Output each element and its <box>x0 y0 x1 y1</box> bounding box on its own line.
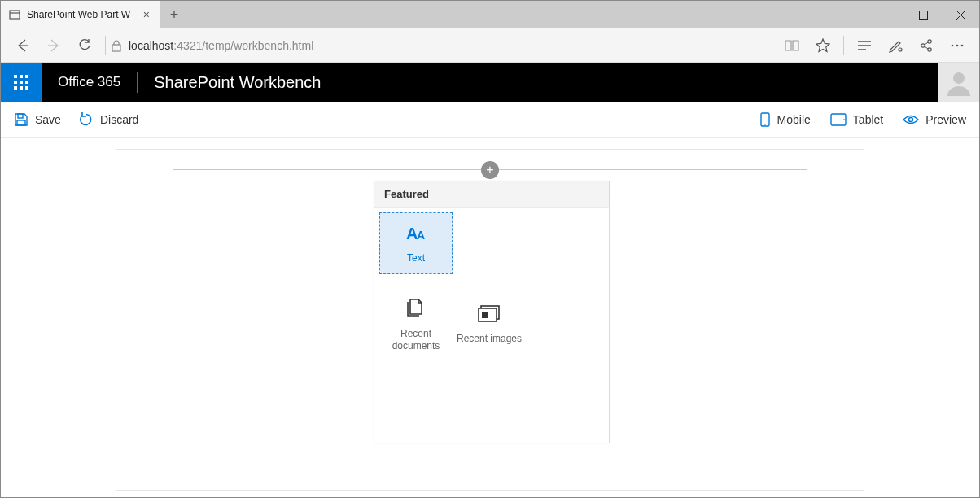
svg-point-13 <box>921 43 925 46</box>
svg-rect-28 <box>20 86 23 90</box>
svg-point-18 <box>952 44 954 46</box>
svg-rect-32 <box>17 120 25 125</box>
discard-label: Discard <box>100 113 138 126</box>
svg-rect-26 <box>25 81 28 84</box>
webpart-card-text[interactable]: A A Text <box>379 212 453 274</box>
url-host: localhost <box>129 39 173 52</box>
more-icon[interactable] <box>942 30 973 61</box>
page-favicon <box>9 9 20 20</box>
maximize-button[interactable] <box>904 1 942 28</box>
svg-point-37 <box>909 117 913 121</box>
add-webpart-button[interactable]: + <box>481 161 499 179</box>
workbench-canvas: + Featured A A Text <box>1 149 979 498</box>
svg-point-36 <box>843 119 845 120</box>
window-controls <box>867 1 979 28</box>
webnote-icon[interactable] <box>880 30 911 61</box>
url-port: :4321 <box>173 39 202 52</box>
refresh-button[interactable] <box>69 30 100 61</box>
webpart-picker: Featured A A Text Recent <box>374 181 610 443</box>
browser-titlebar: SharePoint Web Part W × + <box>1 1 979 28</box>
webpart-card-recent-images[interactable]: Recent images <box>453 289 526 361</box>
app-launcher-button[interactable] <box>1 63 42 102</box>
close-window-button[interactable] <box>942 1 979 28</box>
svg-rect-21 <box>14 75 17 78</box>
svg-point-15 <box>928 47 931 50</box>
url-path: /temp/workbench.html <box>202 39 313 52</box>
svg-rect-27 <box>14 86 17 90</box>
webpart-card-recent-documents[interactable]: Recent documents <box>379 289 453 361</box>
separator <box>105 36 106 55</box>
svg-rect-31 <box>18 114 23 118</box>
svg-point-30 <box>953 72 965 84</box>
tab-close-button[interactable]: × <box>140 8 153 21</box>
svg-point-34 <box>764 124 766 125</box>
url-display[interactable]: localhost:4321/temp/workbench.html <box>129 39 313 52</box>
back-button[interactable] <box>7 30 38 61</box>
app-title: SharePoint Workbench <box>138 63 337 102</box>
tablet-view-button[interactable]: Tablet <box>830 113 883 126</box>
browser-right-icons <box>777 30 973 61</box>
svg-rect-23 <box>25 75 28 78</box>
card-label: Recent documents <box>383 328 449 353</box>
suite-brand[interactable]: Office 365 <box>42 63 137 102</box>
svg-rect-0 <box>10 11 20 19</box>
svg-line-17 <box>925 46 928 49</box>
svg-point-12 <box>899 48 902 51</box>
tab-title: SharePoint Web Part W <box>27 9 140 20</box>
reading-view-icon[interactable] <box>777 30 807 61</box>
suite-bar: Office 365 SharePoint Workbench <box>1 63 979 102</box>
mobile-label: Mobile <box>777 113 811 126</box>
preview-button[interactable]: Preview <box>903 113 966 126</box>
svg-rect-3 <box>919 11 927 19</box>
save-button[interactable]: Save <box>14 112 61 127</box>
svg-rect-42 <box>482 312 488 318</box>
new-tab-button[interactable]: + <box>160 1 188 28</box>
svg-rect-25 <box>20 81 23 84</box>
favorite-icon[interactable] <box>807 30 838 61</box>
svg-point-19 <box>956 44 959 46</box>
share-icon[interactable] <box>911 30 942 61</box>
svg-point-20 <box>961 44 964 46</box>
svg-point-14 <box>928 39 931 42</box>
browser-address-bar: localhost:4321/temp/workbench.html <box>1 28 979 63</box>
mobile-view-button[interactable]: Mobile <box>759 112 811 127</box>
browser-tab[interactable]: SharePoint Web Part W × <box>1 1 160 28</box>
svg-rect-24 <box>14 81 17 84</box>
page-surface: + Featured A A Text <box>116 149 864 491</box>
documents-icon <box>404 297 428 320</box>
picker-header: Featured <box>374 181 609 208</box>
forward-button[interactable] <box>38 30 69 61</box>
text-icon: A A <box>403 221 429 244</box>
svg-line-16 <box>925 42 928 45</box>
user-avatar[interactable] <box>938 63 979 102</box>
images-icon <box>476 304 502 325</box>
save-label: Save <box>35 113 61 126</box>
lock-icon <box>111 39 122 52</box>
preview-label: Preview <box>925 113 966 126</box>
svg-text:A: A <box>417 229 425 242</box>
minimize-button[interactable] <box>867 1 904 28</box>
svg-rect-29 <box>25 86 28 90</box>
tablet-label: Tablet <box>853 113 883 126</box>
discard-button[interactable]: Discard <box>79 112 138 127</box>
card-label: Recent images <box>457 333 522 346</box>
card-label: Text <box>407 252 425 265</box>
separator <box>843 36 844 55</box>
hub-icon[interactable] <box>849 30 880 61</box>
svg-rect-8 <box>112 45 120 51</box>
svg-rect-22 <box>20 75 23 78</box>
command-bar: Save Discard Mobile Tablet Preview <box>1 102 979 138</box>
